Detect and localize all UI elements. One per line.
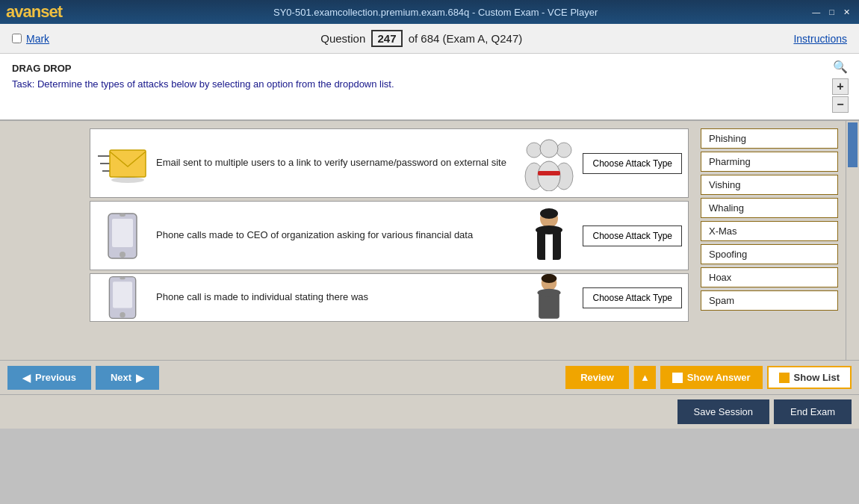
app-logo: avanset [6, 2, 62, 22]
question-item: Email sent to multiple users to a link t… [90, 128, 689, 198]
svg-point-23 [120, 277, 125, 280]
scrollbar-thumb[interactable] [848, 122, 858, 167]
item-text: Email sent to multiple users to a link t… [156, 156, 515, 169]
svg-point-17 [540, 208, 558, 219]
main-content: Email sent to multiple users to a link t… [0, 121, 859, 360]
header-bar: Mark Question 247 of 684 (Exam A, Q247) … [0, 24, 859, 54]
answer-option-spoofing[interactable]: Spoofing [701, 244, 838, 264]
svg-rect-3 [110, 150, 146, 177]
previous-button[interactable]: ◀ Previous [7, 366, 91, 390]
svg-rect-27 [539, 293, 560, 319]
show-list-icon [779, 373, 790, 383]
end-exam-button[interactable]: End Exam [774, 399, 852, 424]
mark-area: Mark [12, 33, 49, 45]
review-dropdown-button[interactable]: ▲ [633, 366, 656, 389]
close-button[interactable]: ✕ [840, 7, 853, 18]
choose-attack-btn-1[interactable]: Choose Attack Type [583, 153, 682, 174]
previous-label: Previous [35, 372, 76, 383]
mark-checkbox[interactable] [12, 34, 22, 43]
answer-option-vishing[interactable]: Vishing [701, 175, 838, 195]
question-item: Phone call is made to individual stating… [90, 273, 689, 322]
review-button[interactable]: Review [565, 366, 629, 389]
answer-option-whaling[interactable]: Whaling [701, 198, 838, 218]
choose-attack-btn-3[interactable]: Choose Attack Type [583, 287, 682, 308]
answer-panel: Phishing Pharming Vishing Whaling X-Mas … [696, 121, 846, 360]
choose-attack-btn-2[interactable]: Choose Attack Type [583, 225, 682, 246]
logo-text2: set [40, 2, 62, 21]
svg-rect-22 [113, 281, 132, 308]
zoom-in-button[interactable]: + [832, 78, 849, 95]
app-title: SY0-501.examcollection.premium.exam.684q… [273, 7, 598, 18]
answer-option-xmas[interactable]: X-Mas [701, 221, 838, 241]
action-bar: Save Session End Exam [0, 394, 859, 429]
question-item: Phone calls made to CEO of organization … [90, 201, 689, 270]
phone2-icon [96, 273, 149, 322]
show-list-button[interactable]: Show List [767, 366, 852, 389]
save-session-button[interactable]: Save Session [677, 399, 770, 424]
next-label: Next [111, 372, 131, 383]
show-answer-label: Show Answer [687, 372, 751, 383]
scrollbar[interactable] [846, 121, 859, 360]
svg-point-7 [556, 143, 571, 158]
svg-point-5 [527, 143, 542, 158]
svg-point-4 [111, 177, 144, 183]
logo-text1: avan [6, 2, 40, 21]
task-text: Task: Determine the types of attacks bel… [12, 78, 847, 90]
title-bar: avanset SY0-501.examcollection.premium.e… [0, 0, 859, 24]
question-area: DRAG DROP Task: Determine the types of a… [0, 54, 859, 121]
item-text: Phone calls made to CEO of organization … [156, 228, 515, 242]
show-answer-icon [672, 373, 683, 383]
phone-icon [96, 208, 149, 264]
zoom-controls: 🔍 + − [832, 60, 849, 113]
answer-option-spam[interactable]: Spam [701, 290, 838, 311]
question-number: 247 [371, 30, 402, 47]
group-icon [523, 135, 575, 191]
svg-point-28 [538, 289, 561, 296]
review-label: Review [580, 372, 614, 383]
answer-option-phishing[interactable]: Phishing [701, 128, 838, 149]
right-arrow-icon: ▶ [136, 372, 144, 384]
zoom-out-button[interactable]: − [832, 96, 849, 113]
minimize-button[interactable]: — [809, 7, 823, 18]
svg-point-24 [120, 312, 125, 317]
svg-rect-11 [538, 171, 560, 175]
search-icon[interactable]: 🔍 [833, 60, 848, 74]
question-info: Question 247 of 684 (Exam A, Q247) [320, 30, 522, 47]
instructions-link[interactable]: Instructions [793, 33, 847, 45]
show-list-label: Show List [794, 372, 840, 383]
svg-point-9 [540, 140, 558, 158]
svg-point-10 [538, 161, 560, 191]
question-panel: Email sent to multiple users to a link t… [0, 121, 696, 360]
svg-rect-13 [112, 219, 133, 247]
answer-option-pharming[interactable]: Pharming [701, 152, 838, 172]
show-answer-button[interactable]: Show Answer [660, 366, 763, 389]
question-type-label: DRAG DROP [12, 63, 847, 74]
next-button[interactable]: Next ▶ [96, 366, 159, 390]
svg-point-26 [542, 274, 557, 283]
question-label: Question [320, 32, 365, 45]
left-arrow-icon: ◀ [22, 372, 31, 384]
total-questions: of 684 (Exam A, Q247) [409, 32, 523, 45]
person3-icon [523, 273, 575, 322]
window-controls: — □ ✕ [809, 7, 853, 18]
svg-point-15 [120, 252, 125, 258]
ceo-person-icon [523, 208, 575, 264]
answer-option-hoax[interactable]: Hoax [701, 267, 838, 287]
bottom-nav: ◀ Previous Next ▶ Review ▲ Show Answer S… [0, 360, 859, 394]
restore-button[interactable]: □ [826, 7, 837, 18]
email-icon [96, 135, 149, 191]
item-text: Phone call is made to individual stating… [156, 290, 515, 304]
mark-label[interactable]: Mark [26, 33, 49, 45]
svg-point-20 [536, 225, 562, 234]
svg-point-14 [120, 214, 125, 217]
